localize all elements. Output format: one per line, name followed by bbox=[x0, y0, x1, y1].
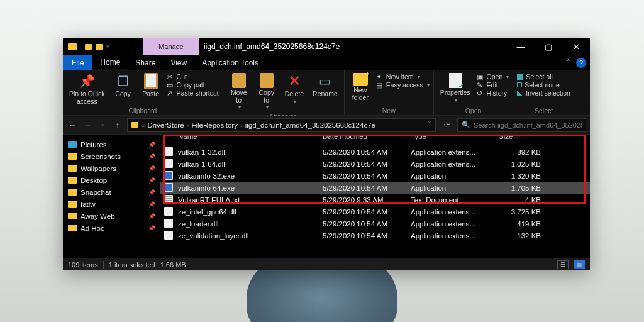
rename-icon bbox=[317, 73, 333, 89]
folder-icon bbox=[68, 43, 77, 50]
file-row[interactable]: vulkan-1-32.dll 5/29/2020 10:54 AM Appli… bbox=[160, 146, 590, 158]
pin-icon: 📌 bbox=[148, 189, 155, 196]
ribbon: 📌 Pin to Quick access Copy Paste ✂Cut ▭C… bbox=[63, 70, 590, 116]
breadcrumb-segment[interactable]: FileRepository bbox=[191, 121, 238, 129]
rename-button[interactable]: Rename bbox=[310, 72, 340, 99]
file-type: Application extens... bbox=[411, 232, 499, 240]
shortcut-icon: ↗ bbox=[167, 89, 174, 97]
column-type[interactable]: Type bbox=[411, 135, 499, 140]
sidebar-item[interactable]: Pictures📌 bbox=[63, 138, 160, 150]
search-box[interactable]: 🔍 Search iigd_dch.inf_amd64_352025... bbox=[457, 118, 586, 132]
selection-count: 1 item selected bbox=[109, 261, 155, 269]
sidebar-item[interactable]: Away Web📌 bbox=[63, 210, 160, 222]
pin-icon: 📌 bbox=[79, 73, 95, 89]
manage-context-tab[interactable]: Manage bbox=[143, 38, 199, 55]
open-button[interactable]: ▣Open▾ bbox=[477, 73, 509, 80]
address-dropdown-icon[interactable]: ˅ bbox=[428, 121, 431, 130]
copy-button[interactable]: Copy bbox=[111, 72, 135, 99]
file-size: 419 KB bbox=[499, 220, 552, 228]
share-tab[interactable]: Share bbox=[128, 55, 163, 70]
minimize-button[interactable]: — bbox=[507, 38, 535, 55]
sidebar-item-label: Desktop bbox=[80, 177, 107, 184]
qat: ▾ bbox=[63, 38, 143, 55]
forward-button[interactable]: → bbox=[82, 120, 93, 130]
move-to-button[interactable]: Move to▾ bbox=[227, 72, 251, 112]
maximize-button[interactable]: ▢ bbox=[535, 38, 562, 55]
sidebar-item[interactable]: Wallpapers📌 bbox=[63, 162, 160, 174]
close-button[interactable]: ✕ bbox=[562, 38, 590, 55]
collapse-ribbon-button[interactable]: ˄ bbox=[561, 55, 576, 70]
column-headers[interactable]: Name ˄ Date modified Type Size bbox=[160, 135, 590, 142]
help-button[interactable]: ? bbox=[576, 58, 586, 68]
pin-icon: 📌 bbox=[148, 165, 155, 172]
file-icon bbox=[164, 159, 173, 168]
file-row[interactable]: vulkan-1-64.dll 5/29/2020 10:54 AM Appli… bbox=[160, 158, 590, 170]
file-date: 5/29/2020 10:54 AM bbox=[323, 148, 411, 156]
paste-button[interactable]: Paste bbox=[139, 72, 163, 99]
qat-icon[interactable] bbox=[85, 44, 92, 50]
file-row[interactable]: VulkanRT-EULA.txt 5/29/2020 9:33 AM Text… bbox=[160, 194, 590, 206]
file-row[interactable]: ze_validation_layer.dll 5/29/2020 10:54 … bbox=[160, 230, 590, 242]
file-date: 5/29/2020 10:54 AM bbox=[323, 184, 411, 192]
recent-locations-button[interactable]: ▾ bbox=[97, 122, 108, 128]
file-tab[interactable]: File bbox=[63, 55, 92, 70]
copy-path-button[interactable]: ▭Copy path bbox=[167, 81, 219, 89]
column-date[interactable]: Date modified bbox=[323, 135, 411, 140]
up-button[interactable]: ↑ bbox=[112, 120, 123, 130]
view-tab[interactable]: View bbox=[163, 55, 194, 70]
qat-dropdown-icon[interactable]: ▾ bbox=[106, 43, 109, 50]
refresh-button[interactable]: ⟳ bbox=[440, 121, 453, 129]
address-bar[interactable]: « DriverStore › FileRepository › iigd_dc… bbox=[127, 118, 436, 132]
easy-access-button[interactable]: ▤Easy access▾ bbox=[376, 81, 430, 89]
file-name: ze_validation_layer.dll bbox=[178, 232, 323, 240]
copy-to-button[interactable]: Copy to▾ bbox=[255, 72, 279, 112]
file-size: 3,725 KB bbox=[499, 208, 552, 216]
status-bar: 109 items 1 item selected 1.66 MB ☰ ▦ bbox=[63, 258, 590, 270]
file-size: 892 KB bbox=[499, 148, 552, 156]
select-all-button[interactable]: Select all bbox=[517, 73, 570, 80]
cut-button[interactable]: ✂Cut bbox=[167, 73, 219, 80]
folder-icon bbox=[68, 213, 77, 219]
breadcrumb-segment[interactable]: DriverStore bbox=[147, 121, 184, 129]
invert-selection-button[interactable]: Invert selection bbox=[517, 89, 570, 97]
sidebar-item[interactable]: fatiw📌 bbox=[63, 198, 160, 210]
edit-button[interactable]: ✎Edit bbox=[477, 81, 509, 89]
file-type: Application extens... bbox=[411, 160, 499, 168]
sidebar-item[interactable]: Desktop📌 bbox=[63, 174, 160, 186]
sidebar-item[interactable]: Ad Hoc📌 bbox=[63, 222, 160, 234]
select-none-button[interactable]: Select none bbox=[517, 81, 570, 89]
breadcrumb-segment[interactable]: iigd_dch.inf_amd64_352025668c124c7e bbox=[245, 121, 375, 129]
copy-icon bbox=[115, 73, 131, 89]
new-folder-button[interactable]: New folder bbox=[348, 72, 372, 103]
title-bar: ▾ Manage iigd_dch.inf_amd64_352025668c12… bbox=[63, 38, 590, 55]
file-row[interactable]: vulkaninfo-64.exe 5/29/2020 10:54 AM App… bbox=[160, 182, 590, 194]
file-icon bbox=[164, 183, 173, 192]
pin-to-quick-access-button[interactable]: 📌 Pin to Quick access bbox=[67, 72, 108, 106]
sidebar-item[interactable]: Screenshots📌 bbox=[63, 150, 160, 162]
file-list[interactable]: Name ˄ Date modified Type Size vulkan-1-… bbox=[160, 135, 590, 258]
home-tab[interactable]: Home bbox=[92, 55, 128, 70]
properties-button[interactable]: Properties▾ bbox=[438, 72, 473, 104]
column-name[interactable]: Name ˄ bbox=[178, 135, 323, 140]
back-button[interactable]: ← bbox=[67, 120, 78, 130]
file-row[interactable]: ze_intel_gpu64.dll 5/29/2020 10:54 AM Ap… bbox=[160, 206, 590, 218]
delete-button[interactable]: ✕ Delete▾ bbox=[282, 72, 306, 106]
paste-icon bbox=[144, 73, 158, 89]
file-name: vulkaninfo-64.exe bbox=[178, 184, 323, 192]
folder-icon bbox=[68, 177, 77, 184]
column-size[interactable]: Size bbox=[499, 135, 552, 140]
file-name: vulkan-1-64.dll bbox=[178, 160, 323, 168]
file-row[interactable]: vulkaninfo-32.exe 5/29/2020 10:54 AM App… bbox=[160, 170, 590, 182]
details-view-button[interactable]: ☰ bbox=[557, 260, 569, 269]
file-date: 5/29/2020 10:54 AM bbox=[323, 220, 411, 228]
thumbnails-view-button[interactable]: ▦ bbox=[574, 260, 585, 269]
sidebar-item[interactable]: Snapchat📌 bbox=[63, 186, 160, 198]
file-size: 1,705 KB bbox=[499, 184, 552, 192]
paste-shortcut-button[interactable]: ↗Paste shortcut bbox=[167, 89, 219, 97]
qat-icon[interactable] bbox=[96, 44, 103, 50]
new-item-button[interactable]: ✦New item▾ bbox=[376, 73, 430, 80]
application-tools-tab[interactable]: Application Tools bbox=[194, 55, 266, 70]
history-button[interactable]: ↺History bbox=[477, 89, 509, 97]
navigation-pane[interactable]: Pictures📌Screenshots📌Wallpapers📌Desktop📌… bbox=[63, 135, 160, 258]
file-row[interactable]: ze_loader.dll 5/29/2020 10:54 AM Applica… bbox=[160, 218, 590, 230]
